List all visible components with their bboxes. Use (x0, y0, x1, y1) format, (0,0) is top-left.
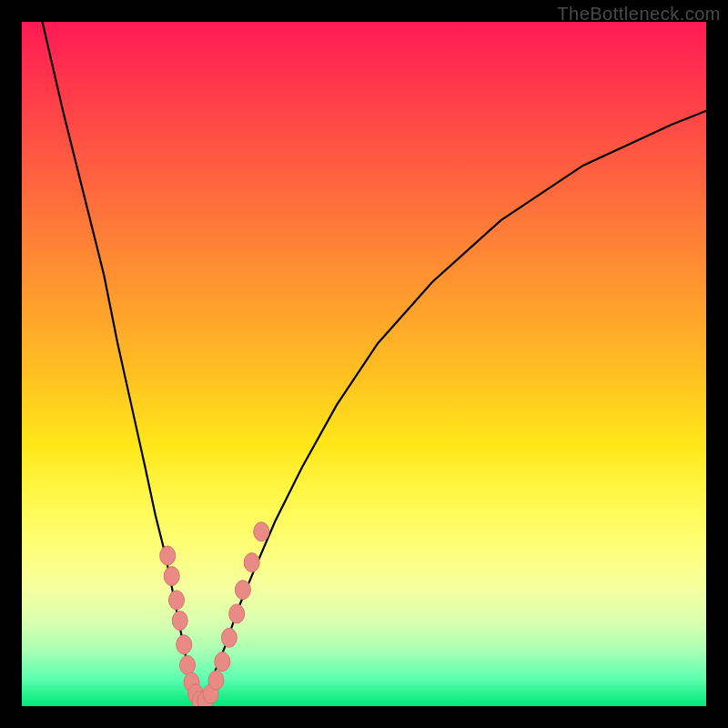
data-marker (229, 604, 245, 623)
watermark-text: TheBottleneck.com (557, 4, 721, 25)
data-markers (160, 522, 269, 706)
curve-right (200, 111, 706, 703)
data-marker (254, 522, 269, 541)
data-marker (164, 567, 179, 586)
chart-frame: TheBottleneck.com (0, 0, 728, 728)
data-marker (172, 612, 187, 631)
data-marker (168, 591, 184, 610)
data-marker (160, 546, 176, 565)
data-marker (221, 628, 237, 647)
data-marker (244, 553, 259, 572)
chart-svg (22, 22, 706, 706)
data-marker (177, 635, 192, 654)
data-marker (235, 581, 250, 600)
data-marker (179, 655, 195, 674)
plot-area (22, 22, 706, 706)
data-marker (208, 671, 224, 690)
data-marker (215, 652, 230, 672)
